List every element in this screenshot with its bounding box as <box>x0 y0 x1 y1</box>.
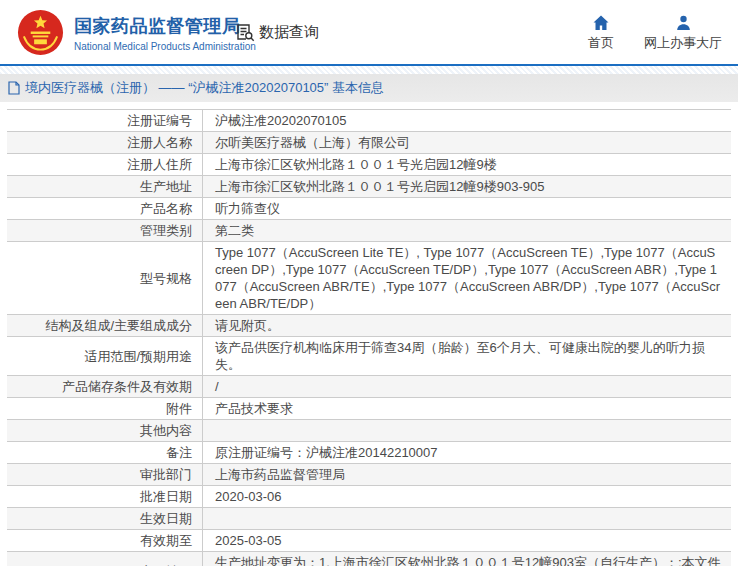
table-row: 有效期至2025-03-05 <box>7 529 731 551</box>
nav-home[interactable]: 首页 <box>588 15 614 52</box>
row-label-text: 变更情况 <box>140 563 192 566</box>
site-title-block: 国家药品监督管理局 National Medical Products Admi… <box>74 14 256 52</box>
row-value: 请见附页。 <box>203 315 731 336</box>
row-value: / <box>203 376 731 397</box>
row-value: 尔听美医疗器械（上海）有限公司 <box>203 132 731 153</box>
data-query-button[interactable]: 数据查询 <box>236 23 319 42</box>
row-label: 产品储存条件及有效期 <box>7 376 203 397</box>
row-value: 2025-03-05 <box>203 530 731 551</box>
header-hatch-band <box>0 66 738 74</box>
row-value: Type 1077（AccuScreen Lite TE）, Type 1077… <box>203 242 731 314</box>
row-value-text: 上海市徐汇区钦州北路１００１号光启园12幢9楼 <box>215 156 497 173</box>
row-label: 产品名称 <box>7 198 203 219</box>
row-value: 上海市徐汇区钦州北路１００１号光启园12幢9楼903-905 <box>203 176 731 197</box>
row-label: 变更情况 <box>7 552 203 566</box>
table-row: 注册人名称尔听美医疗器械（上海）有限公司 <box>7 131 731 153</box>
nav-home-label: 首页 <box>588 34 614 52</box>
home-icon <box>593 15 609 30</box>
row-label-text: 有效期至 <box>140 532 192 549</box>
person-icon <box>676 15 691 30</box>
row-label-text: 注册人住所 <box>127 156 192 173</box>
row-value-text: 听力筛查仪 <box>215 200 280 217</box>
table-row: 附件产品技术要求 <box>7 397 731 419</box>
row-label-text: 其他内容 <box>140 422 192 439</box>
row-value-text: 2020-03-06 <box>215 488 282 505</box>
table-row: 结构及组成/主要组成成分请见附页。 <box>7 314 731 336</box>
site-subtitle: National Medical Products Administration <box>74 41 256 52</box>
table-row: 产品储存条件及有效期/ <box>7 375 731 397</box>
site-logo: 国家药品监督管理局 National Medical Products Admi… <box>17 9 256 56</box>
row-label: 生产地址 <box>7 176 203 197</box>
nav-service-hall[interactable]: 网上办事大厅 <box>644 15 722 52</box>
table-row: 注册证编号沪械注准20202070105 <box>7 109 731 131</box>
row-value: 2020-03-06 <box>203 486 731 507</box>
row-label-text: 附件 <box>166 400 192 417</box>
breadcrumb: 境内医疗器械（注册） —— “沪械注准20202070105” 基本信息 <box>0 74 738 102</box>
row-value-text: / <box>215 378 219 395</box>
row-label-text: 型号规格 <box>140 270 192 287</box>
row-label: 生效日期 <box>7 508 203 529</box>
row-label: 注册人名称 <box>7 132 203 153</box>
row-label: 适用范围/预期用途 <box>7 337 203 375</box>
row-value: 产品技术要求 <box>203 398 731 419</box>
row-value-text: 上海市徐汇区钦州北路１００１号光启园12幢9楼903-905 <box>215 178 544 195</box>
row-label-text: 备注 <box>166 444 192 461</box>
row-label: 审批部门 <box>7 464 203 485</box>
row-label: 备注 <box>7 442 203 463</box>
table-row: 备注原注册证编号：沪械注准20142210007 <box>7 441 731 463</box>
row-value: 沪械注准20202070105 <box>203 110 731 131</box>
document-search-icon <box>236 23 255 42</box>
row-label: 型号规格 <box>7 242 203 314</box>
row-value-text: Type 1077（AccuScreen Lite TE）, Type 1077… <box>215 244 721 312</box>
row-value-text: 请见附页。 <box>215 317 280 334</box>
row-value: 上海市药品监督管理局 <box>203 464 731 485</box>
national-emblem-icon <box>17 9 64 56</box>
row-value-text: 上海市药品监督管理局 <box>215 466 345 483</box>
row-value-text: 产品技术要求 <box>215 400 293 417</box>
row-value: 该产品供医疗机构临床用于筛查34周（胎龄）至6个月大、可健康出院的婴儿的听力损失… <box>203 337 731 375</box>
site-header: 国家药品监督管理局 National Medical Products Admi… <box>0 0 738 66</box>
table-row: 注册人住所上海市徐汇区钦州北路１００１号光启园12幢9楼 <box>7 153 731 175</box>
spacer <box>0 102 738 109</box>
breadcrumb-text: 境内医疗器械（注册） —— “沪械注准20202070105” 基本信息 <box>25 79 384 97</box>
data-query-label: 数据查询 <box>259 23 319 42</box>
row-label-text: 结构及组成/主要组成成分 <box>45 317 192 334</box>
row-label-text: 注册证编号 <box>127 112 192 129</box>
row-label-text: 产品名称 <box>140 200 192 217</box>
table-row: 生产地址上海市徐汇区钦州北路１００１号光启园12幢9楼903-905 <box>7 175 731 197</box>
table-row: 其他内容 <box>7 419 731 441</box>
row-label-text: 批准日期 <box>140 488 192 505</box>
table-row: 型号规格Type 1077（AccuScreen Lite TE）, Type … <box>7 241 731 314</box>
row-value: 第二类 <box>203 220 731 241</box>
row-value: 原注册证编号：沪械注准20142210007 <box>203 442 731 463</box>
row-label: 有效期至 <box>7 530 203 551</box>
row-value: 听力筛查仪 <box>203 198 731 219</box>
row-value <box>203 508 731 529</box>
row-value-text: 原注册证编号：沪械注准20142210007 <box>215 444 438 461</box>
table-row: 生效日期 <box>7 507 731 529</box>
nav-service-hall-label: 网上办事大厅 <box>644 34 722 52</box>
row-value <box>203 420 731 441</box>
table-row: 审批部门上海市药品监督管理局 <box>7 463 731 485</box>
row-label: 其他内容 <box>7 420 203 441</box>
row-label-text: 适用范围/预期用途 <box>84 348 192 365</box>
detail-table: 注册证编号沪械注准20202070105注册人名称尔听美医疗器械（上海）有限公司… <box>7 109 731 566</box>
row-value-text: 尔听美医疗器械（上海）有限公司 <box>215 134 410 151</box>
row-label-text: 产品储存条件及有效期 <box>62 378 192 395</box>
table-row: 适用范围/预期用途该产品供医疗机构临床用于筛查34周（胎龄）至6个月大、可健康出… <box>7 336 731 375</box>
row-value-text: 第二类 <box>215 222 254 239</box>
row-label: 批准日期 <box>7 486 203 507</box>
row-label: 附件 <box>7 398 203 419</box>
row-label-text: 生效日期 <box>140 510 192 527</box>
table-row: 管理类别第二类 <box>7 219 731 241</box>
row-value: 生产地址变更为：1.上海市徐汇区钦州北路１００１号12幢903室（自行生产）；;… <box>203 552 731 566</box>
row-label-text: 审批部门 <box>140 466 192 483</box>
row-value-text: 该产品供医疗机构临床用于筛查34周（胎龄）至6个月大、可健康出院的婴儿的听力损失… <box>215 339 721 373</box>
row-label-text: 管理类别 <box>140 222 192 239</box>
table-row: 批准日期2020-03-06 <box>7 485 731 507</box>
row-label-text: 生产地址 <box>140 178 192 195</box>
table-row: 产品名称听力筛查仪 <box>7 197 731 219</box>
row-label: 管理类别 <box>7 220 203 241</box>
row-value-text: 2025-03-05 <box>215 532 282 549</box>
row-label-text: 注册人名称 <box>127 134 192 151</box>
